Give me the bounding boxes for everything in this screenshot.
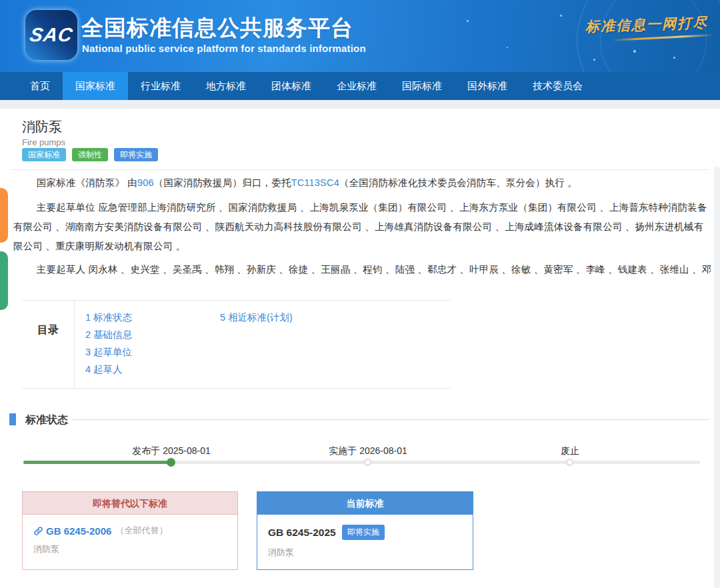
toc-link-standard-status[interactable]: 1 标准状态 xyxy=(85,309,132,326)
nav-item-home[interactable]: 首页 xyxy=(17,72,63,100)
divider-line xyxy=(11,169,709,170)
replaced-standard-line: GB 6245-2006 （全部代替） xyxy=(33,525,227,537)
nav-item-foreign-standards[interactable]: 国外标准 xyxy=(455,72,520,100)
standard-intro-paragraph: 国家标准《消防泵》 由906（国家消防救援局）归口，委托TC113SC4（全国消… xyxy=(13,173,711,193)
drafters-paragraph: 主要起草人 闵永林 、史兴堂 、吴圣禹 、韩翔 、孙新庆 、徐捷 、王丽晶 、程… xyxy=(13,260,711,279)
upcoming-badge: 即将实施 xyxy=(342,525,385,540)
toc-label: 目录 xyxy=(22,301,75,389)
nav-item-national-standards[interactable]: 国家标准 xyxy=(63,72,128,100)
link-icon xyxy=(33,526,43,536)
sparkle-dot xyxy=(560,15,562,17)
replaced-standard-name: 消防泵 xyxy=(33,543,227,555)
section-title-standard-status: 标准状态 xyxy=(25,413,68,427)
timeline-label-published: 发布于 2025-08-01 xyxy=(132,445,211,457)
standard-title-en: Fire pumps xyxy=(22,137,65,147)
current-card-body: GB 6245-2025 即将实施 消防泵 xyxy=(257,515,473,559)
current-card-header: 当前标准 xyxy=(257,492,473,515)
main-content: 消防泵 Fire pumps 国家标准 强制性 即将实施 国家标准《消防泵》 由… xyxy=(0,109,720,588)
tag-national-standard: 国家标准 xyxy=(22,148,66,161)
nav-item-industry-standards[interactable]: 行业标准 xyxy=(128,72,193,100)
toc-link-drafting-units[interactable]: 3 起草单位 xyxy=(85,343,132,361)
current-standard-name: 消防泵 xyxy=(268,547,462,559)
standard-title: 消防泵 xyxy=(22,118,62,136)
toc-column-1: 1 标准状态 2 基础信息 3 起草单位 4 起草人 xyxy=(85,309,132,378)
sparkle-dot xyxy=(467,20,469,22)
nav-item-group-standards[interactable]: 团体标准 xyxy=(259,72,324,100)
toc-link-similar-standards[interactable]: 5 相近标准(计划) xyxy=(220,309,293,326)
intro-text-3: （全国消防标准化技术委员会消防车、泵分会）执行 。 xyxy=(339,177,577,188)
timeline-progress xyxy=(23,461,171,464)
timeline-dot-published xyxy=(167,458,175,467)
toc-link-basic-info[interactable]: 2 基础信息 xyxy=(85,326,132,343)
sparkle-dot xyxy=(673,57,675,59)
timeline-dot-implemented xyxy=(364,459,371,466)
sac-logo-text: SAC xyxy=(28,24,75,46)
link-tc113sc4[interactable]: TC113SC4 xyxy=(291,177,339,188)
tag-upcoming: 即将实施 xyxy=(114,148,158,161)
standard-tags: 国家标准 强制性 即将实施 xyxy=(22,148,158,161)
nav-item-enterprise-standards[interactable]: 企业标准 xyxy=(324,72,389,100)
nav-item-local-standards[interactable]: 地方标准 xyxy=(193,72,259,100)
site-subtitle: National public service platform for sta… xyxy=(82,43,366,54)
current-standard-line: GB 6245-2025 即将实施 xyxy=(268,525,462,540)
page-scrollbar[interactable] xyxy=(714,167,720,588)
section-rule xyxy=(72,419,709,420)
intro-text-2: （国家消防救援局）归口，委托 xyxy=(154,177,291,188)
replaced-standard-card: 即将替代以下标准 GB 6245-2006 （全部代替） 消防泵 xyxy=(22,491,238,570)
sparkle-dot xyxy=(633,50,636,53)
current-standard-code: GB 6245-2025 xyxy=(268,527,336,539)
toc-column-2: 5 相近标准(计划) xyxy=(220,309,293,326)
intro-text-1: 国家标准《消防泵》 由 xyxy=(37,177,137,188)
toc-box: 目录 1 标准状态 2 基础信息 3 起草单位 4 起草人 5 相近标准(计划) xyxy=(22,300,451,389)
link-906[interactable]: 906 xyxy=(137,177,154,188)
site-header: SAC 全国标准信息公共服务平台 National public service… xyxy=(0,0,720,72)
sparkle-dot xyxy=(507,47,508,48)
tag-mandatory: 强制性 xyxy=(72,148,108,161)
drafting-units-paragraph: 主要起草单位 应急管理部上海消防研究所 、国家消防救援局 、上海凯泉泵业（集团）… xyxy=(13,198,711,256)
replaced-card-body: GB 6245-2006 （全部代替） 消防泵 xyxy=(23,515,237,555)
site-title: 全国标准信息公共服务平台 xyxy=(81,13,353,43)
nav-item-international-standards[interactable]: 国际标准 xyxy=(389,72,455,100)
nav-item-technical-committees[interactable]: 技术委员会 xyxy=(520,72,595,100)
toc-link-drafters[interactable]: 4 起草人 xyxy=(85,361,132,378)
replace-note: （全部代替） xyxy=(115,525,167,537)
link-gb-6245-2006[interactable]: GB 6245-2006 xyxy=(46,525,111,537)
main-nav: 首页 国家标准 行业标准 地方标准 团体标准 企业标准 国际标准 国外标准 技术… xyxy=(0,72,720,100)
sparkle-dot xyxy=(593,59,595,61)
timeline-dot-abolished xyxy=(566,459,573,466)
page-background-strip xyxy=(0,100,720,109)
side-widget-green-tab[interactable] xyxy=(0,251,8,310)
side-widget-orange-tab[interactable] xyxy=(0,188,8,243)
timeline-label-abolished: 废止 xyxy=(561,445,579,457)
replaced-card-header: 即将替代以下标准 xyxy=(23,492,237,515)
timeline-label-implemented: 实施于 2026-08-01 xyxy=(329,445,407,457)
sac-logo[interactable]: SAC xyxy=(25,10,77,60)
current-standard-card: 当前标准 GB 6245-2025 即将实施 消防泵 xyxy=(257,491,473,570)
section-marker xyxy=(9,413,16,425)
